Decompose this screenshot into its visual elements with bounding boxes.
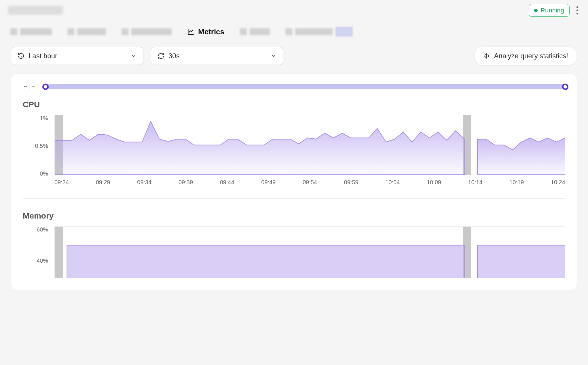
x-tick: 09:34 — [137, 179, 151, 186]
status-dot-icon — [534, 9, 538, 12]
x-tick: 09:24 — [54, 179, 69, 186]
line-chart-icon — [187, 28, 195, 35]
tab-metrics-label: Metrics — [198, 27, 224, 36]
megaphone-icon — [483, 52, 490, 59]
time-range-select[interactable]: Last hour — [11, 47, 143, 65]
cpu-y-axis: 1% 0.5% 0% — [23, 115, 52, 177]
cpu-x-axis: 09:24 09:29 09:34 09:39 09:44 09:49 09:5… — [54, 175, 565, 186]
time-brush-slider[interactable] — [45, 84, 565, 89]
refresh-interval-select[interactable]: 30s — [151, 47, 283, 65]
y-tick: 40% — [37, 257, 48, 264]
tab-redacted-4[interactable] — [240, 28, 270, 35]
x-tick: 10:14 — [468, 179, 483, 186]
x-tick: 10:04 — [385, 179, 400, 186]
expand-horizontal-icon[interactable]: ↔|↔ — [23, 84, 36, 90]
time-range-label: Last hour — [29, 52, 57, 60]
y-tick: 60% — [37, 226, 48, 233]
brush-handle-end[interactable] — [562, 84, 568, 90]
x-tick: 09:49 — [261, 179, 276, 186]
page-header: Running — [0, 0, 588, 21]
x-tick: 10:19 — [509, 179, 524, 186]
memory-area-series — [55, 227, 565, 278]
refresh-interval-label: 30s — [168, 52, 180, 60]
x-tick: 09:59 — [344, 179, 359, 186]
x-tick: 09:39 — [179, 179, 193, 186]
analyze-label: Analyze query statistics! — [494, 52, 568, 60]
tab-redacted-3[interactable] — [122, 28, 172, 35]
metrics-controls: Last hour 30s Analyze query statistics! — [0, 44, 588, 74]
x-tick: 10:24 — [551, 179, 565, 186]
cpu-plot-area[interactable] — [54, 115, 565, 175]
tab-redacted-1[interactable] — [10, 28, 52, 35]
tab-metrics[interactable]: Metrics — [187, 27, 224, 36]
chart-title-memory: Memory — [23, 211, 565, 221]
chevron-down-icon — [130, 53, 137, 59]
nav-tabs: Metrics — [0, 21, 588, 44]
x-tick: 09:29 — [96, 179, 110, 186]
y-tick: 0% — [40, 170, 48, 177]
chart-divider — [23, 198, 565, 199]
metrics-card: ↔|↔ CPU 1% 0.5% 0% — [11, 74, 577, 290]
x-tick: 09:54 — [303, 179, 317, 186]
status-badge: Running — [529, 4, 570, 17]
brush-handle-start[interactable] — [42, 84, 49, 90]
tab-redacted-5[interactable] — [285, 27, 353, 37]
cpu-chart: 1% 0.5% 0% 09:24 09:29 0 — [23, 115, 565, 186]
y-tick: 1% — [40, 115, 48, 122]
y-tick: 0.5% — [35, 143, 48, 149]
time-brush-row: ↔|↔ — [23, 84, 565, 90]
chevron-down-icon — [270, 53, 277, 59]
more-actions-button[interactable] — [575, 5, 580, 16]
status-label: Running — [540, 7, 564, 14]
memory-y-axis: 60% 40% — [23, 226, 52, 278]
history-icon — [18, 52, 24, 59]
header-actions: Running — [529, 4, 580, 17]
cpu-area-series — [55, 115, 565, 175]
tab-redacted-2[interactable] — [67, 28, 106, 35]
refresh-icon — [158, 52, 164, 59]
instance-title-redacted — [8, 6, 63, 15]
analyze-query-stats-button[interactable]: Analyze query statistics! — [474, 46, 577, 65]
memory-plot-area[interactable] — [54, 226, 565, 278]
memory-chart: 60% 40% — [23, 226, 565, 278]
x-tick: 09:44 — [220, 179, 234, 186]
x-tick: 10:09 — [427, 179, 441, 186]
chart-title-cpu: CPU — [23, 100, 565, 109]
